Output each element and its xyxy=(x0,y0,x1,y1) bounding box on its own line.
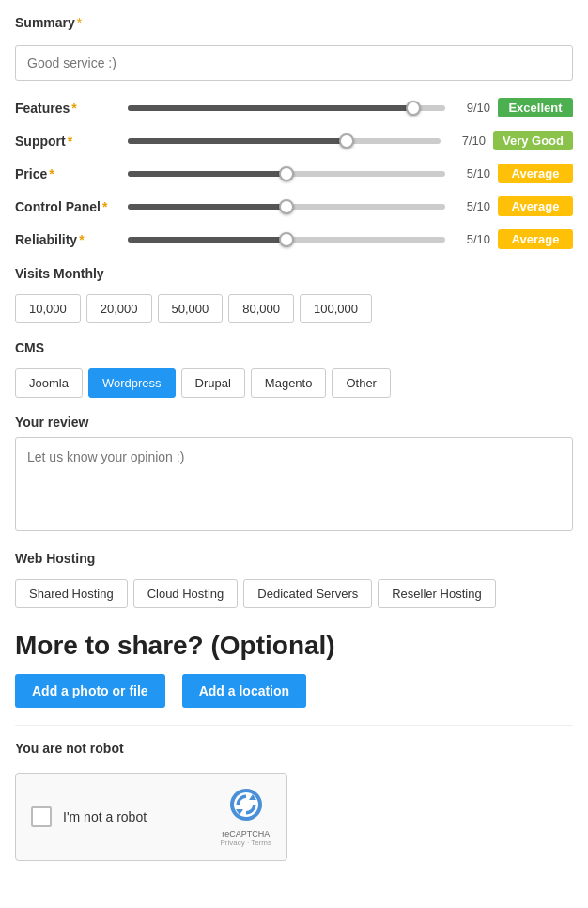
review-section: Your review xyxy=(15,415,573,534)
rating-label-reliability: Reliability* xyxy=(15,232,118,247)
robot-section: You are not robot I'm not a robot reCAPT… xyxy=(15,741,573,861)
more-to-share-section: More to share? (Optional) Add a photo or… xyxy=(15,631,573,708)
rating-badge-price: Average xyxy=(498,164,573,183)
cms-section: CMS JoomlaWordpressDrupalMagentoOther xyxy=(15,340,573,398)
visits-monthly-options: 10,00020,00050,00080,000100,000 xyxy=(15,294,573,323)
review-label: Your review xyxy=(15,415,88,430)
recaptcha-box: I'm not a robot reCAPTCHA Privacy · Term… xyxy=(15,773,287,861)
robot-label: You are not robot xyxy=(15,741,124,756)
web-hosting-option[interactable]: Cloud Hosting xyxy=(133,579,239,608)
cms-option[interactable]: Drupal xyxy=(181,368,245,398)
rating-slider-features[interactable] xyxy=(128,105,445,111)
review-textarea[interactable] xyxy=(15,437,573,531)
recaptcha-logo: reCAPTCHA Privacy · Terms xyxy=(220,787,271,847)
rating-badge-support: Very Good xyxy=(493,131,573,150)
web-hosting-section: Web Hosting Shared HostingCloud HostingD… xyxy=(15,551,573,608)
rating-slider-control-panel[interactable] xyxy=(128,204,445,210)
rating-slider-reliability[interactable] xyxy=(128,237,445,243)
visits-monthly-option[interactable]: 100,000 xyxy=(300,294,372,323)
summary-section: Summary* xyxy=(15,15,573,81)
cms-option[interactable]: Other xyxy=(332,368,391,398)
visits-monthly-option[interactable]: 10,000 xyxy=(15,294,81,323)
visits-monthly-label: Visits Monthly xyxy=(15,266,104,281)
cms-label: CMS xyxy=(15,340,44,355)
visits-monthly-option[interactable]: 50,000 xyxy=(158,294,224,323)
web-hosting-option[interactable]: Shared Hosting xyxy=(15,579,128,608)
visits-monthly-option[interactable]: 20,000 xyxy=(86,294,152,323)
rating-badge-reliability: Average xyxy=(498,229,573,249)
ratings-section: Features*9/10ExcellentSupport*7/10Very G… xyxy=(15,98,573,249)
rating-score-support: 7/10 xyxy=(450,133,486,148)
rating-label-price: Price* xyxy=(15,166,118,181)
rating-slider-price[interactable] xyxy=(128,171,445,177)
rating-row-reliability: Reliability*5/10Average xyxy=(15,229,573,249)
rating-label-support: Support* xyxy=(15,133,118,149)
visits-monthly-option[interactable]: 80,000 xyxy=(228,294,294,323)
recaptcha-left: I'm not a robot xyxy=(31,806,147,827)
rating-score-reliability: 5/10 xyxy=(455,232,490,246)
rating-score-control-panel: 5/10 xyxy=(455,199,490,213)
recaptcha-text: I'm not a robot xyxy=(63,809,147,824)
rating-label-control-panel: Control Panel* xyxy=(15,199,118,214)
rating-badge-features: Excellent xyxy=(498,98,573,117)
summary-label: Summary xyxy=(15,15,75,30)
recaptcha-links: Privacy · Terms xyxy=(220,838,271,847)
visits-monthly-section: Visits Monthly 10,00020,00050,00080,0001… xyxy=(15,266,573,323)
rating-score-price: 5/10 xyxy=(455,166,490,180)
rating-row-features: Features*9/10Excellent xyxy=(15,98,573,117)
cms-option[interactable]: Magento xyxy=(251,368,327,398)
add-location-button[interactable]: Add a location xyxy=(182,674,306,708)
web-hosting-options: Shared HostingCloud HostingDedicated Ser… xyxy=(15,579,573,608)
web-hosting-option[interactable]: Dedicated Servers xyxy=(243,579,372,608)
summary-required: * xyxy=(77,15,82,30)
cms-option[interactable]: Joomla xyxy=(15,368,83,398)
web-hosting-option[interactable]: Reseller Hosting xyxy=(378,579,495,608)
rating-row-support: Support*7/10Very Good xyxy=(15,131,573,150)
divider xyxy=(15,725,573,726)
web-hosting-label: Web Hosting xyxy=(15,551,95,566)
rating-row-control-panel: Control Panel*5/10Average xyxy=(15,196,573,216)
cms-options: JoomlaWordpressDrupalMagentoOther xyxy=(15,368,573,398)
rating-slider-support[interactable] xyxy=(128,138,441,144)
rating-row-price: Price*5/10Average xyxy=(15,164,573,183)
add-photo-button[interactable]: Add a photo or file xyxy=(15,674,165,708)
rating-score-features: 9/10 xyxy=(455,101,490,115)
rating-badge-control-panel: Average xyxy=(498,196,573,216)
cms-option[interactable]: Wordpress xyxy=(88,368,176,398)
recaptcha-brand: reCAPTCHA xyxy=(222,829,270,838)
summary-input[interactable] xyxy=(15,45,573,81)
more-to-share-title: More to share? (Optional) xyxy=(15,631,573,661)
recaptcha-checkbox[interactable] xyxy=(31,806,52,827)
rating-label-features: Features* xyxy=(15,101,118,116)
recaptcha-icon xyxy=(228,787,264,829)
